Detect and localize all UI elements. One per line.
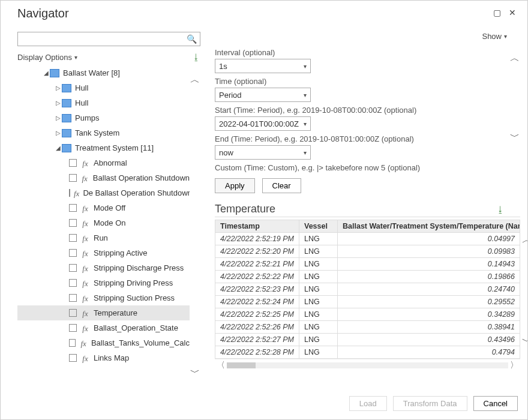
end-label: End (Time: Period), e.g. 2019-10-08T01:0… (215, 134, 503, 143)
tree-node[interactable]: ▷Pumps (17, 110, 190, 125)
tree-leaf[interactable]: fxAbnormal (17, 155, 190, 170)
interval-label: Interval (optional) (215, 48, 503, 57)
dialog-footer: Load Transform Data Cancel (1, 390, 527, 419)
table-row[interactable]: 4/22/2022 2:52:26 PMLNG0.38941 (215, 321, 520, 334)
scroll-right-icon[interactable]: 〉 (508, 360, 520, 371)
tree-leaf[interactable]: fxStripping Active (17, 245, 190, 260)
checkbox[interactable] (69, 294, 77, 302)
tree-leaf[interactable]: fxBallast Operation Shutdown (17, 170, 190, 185)
tree-leaf[interactable]: fxMode Off (17, 200, 190, 215)
fx-icon: fx (79, 339, 88, 347)
display-options-dropdown[interactable]: Display Options ▾ (17, 53, 77, 62)
table-row[interactable]: 4/22/2022 2:52:22 PMLNG0.19866 (215, 271, 520, 283)
collapse-icon[interactable]: ◢ (55, 145, 62, 151)
hscroll-thumb[interactable] (227, 362, 256, 368)
fx-icon: fx (80, 234, 90, 242)
table-row[interactable]: 4/22/2022 2:52:19 PMLNG0.04997 (215, 233, 520, 245)
table-row[interactable]: 4/22/2022 2:52:24 PMLNG0.29552 (215, 296, 520, 308)
chevron-down-icon: ▾ (304, 149, 307, 156)
tree-scrollbar[interactable]: ︿ ﹀ (190, 65, 200, 388)
checkbox[interactable] (69, 234, 77, 242)
col-timestamp[interactable]: Timestamp (215, 220, 299, 233)
tree-leaf[interactable]: fxStripping Suction Press (17, 290, 190, 305)
tree-leaf[interactable]: fxBallast_Tanks_Volume_Calc (17, 335, 190, 350)
time-label: Time (optional) (215, 77, 503, 86)
checkbox[interactable] (69, 204, 77, 212)
tree-node[interactable]: ▷Tank System (17, 125, 190, 140)
custom-label: Custom (Time: Custom), e.g. |> takebefor… (215, 163, 503, 172)
expand-icon[interactable]: ▷ (55, 85, 62, 91)
load-button[interactable]: Load (349, 396, 387, 411)
checkbox[interactable] (69, 249, 77, 257)
fx-icon: fx (80, 159, 90, 167)
checkbox[interactable] (69, 309, 77, 317)
scroll-down-icon[interactable]: ﹀ (510, 131, 520, 143)
scroll-down-icon[interactable]: ﹀ (522, 335, 527, 348)
refresh-icon[interactable]: ⭳ (192, 52, 200, 62)
tree-node-treatment[interactable]: ◢ Treatment System [11] (17, 140, 190, 155)
cancel-button[interactable]: Cancel (473, 396, 518, 411)
preview-table: Timestamp Vessel Ballast Water/Treatment… (215, 220, 520, 359)
expand-icon[interactable]: ▷ (55, 130, 62, 136)
table-icon (62, 129, 71, 137)
tree-leaf[interactable]: fxStripping Discharge Press (17, 260, 190, 275)
tree-leaf[interactable]: fxStripping Driving Press (17, 275, 190, 290)
preview-section: Temperature ⭳ Timestamp Vessel Ballast W… (215, 203, 520, 371)
checkbox[interactable] (69, 159, 77, 167)
table-row[interactable]: 4/22/2022 2:52:21 PMLNG0.14943 (215, 258, 520, 271)
close-icon[interactable]: ✕ (505, 5, 520, 21)
right-pane: Show ▾ ︿ ﹀ Interval (optional) 1s ▾ Time… (215, 32, 520, 388)
search-icon[interactable]: 🔍 (187, 34, 197, 44)
tree-node-root[interactable]: ◢ Ballast Water [8] (17, 65, 190, 80)
expand-icon[interactable]: ▷ (55, 100, 62, 106)
add-column-icon[interactable]: ⭳ (496, 205, 505, 214)
tree-leaf[interactable]: fxRun (17, 230, 190, 245)
table-row[interactable]: 4/22/2022 2:52:25 PMLNG0.34289 (215, 308, 520, 321)
tree-node[interactable]: ▷Hull (17, 80, 190, 95)
checkbox[interactable] (69, 354, 77, 362)
collapse-icon[interactable]: ◢ (43, 70, 50, 76)
fx-icon: fx (80, 354, 90, 362)
col-value[interactable]: Ballast Water/Treatment System/Temperatu… (338, 220, 520, 233)
end-combo[interactable]: now ▾ (215, 145, 311, 160)
col-vessel[interactable]: Vessel (299, 220, 338, 233)
apply-button[interactable]: Apply (215, 178, 255, 193)
show-dropdown[interactable]: Show ▾ (482, 32, 507, 41)
table-row[interactable]: 4/22/2022 2:52:27 PMLNG0.43496 (215, 334, 520, 346)
tree-leaf[interactable]: fxDe Ballast Operation Shutdown (17, 185, 190, 200)
time-combo[interactable]: Period ▾ (215, 88, 311, 102)
interval-combo[interactable]: 1s ▾ (215, 59, 311, 73)
checkbox[interactable] (69, 264, 77, 272)
tree-leaf[interactable]: fxBallast_Operation_State (17, 320, 190, 335)
checkbox[interactable] (69, 189, 70, 197)
transform-button[interactable]: Transform Data (393, 396, 467, 411)
fx-icon: fx (80, 309, 90, 317)
table-scrollbar[interactable]: ︿ ﹀ (521, 234, 527, 348)
checkbox[interactable] (69, 174, 77, 182)
scroll-down-icon[interactable]: ﹀ (190, 367, 200, 379)
scroll-up-icon[interactable]: ︿ (510, 52, 520, 65)
table-row[interactable]: 4/22/2022 2:52:23 PMLNG0.24740 (215, 283, 520, 296)
scroll-left-icon[interactable]: 〈 (215, 360, 227, 371)
tree-leaf[interactable]: fxMode On (17, 215, 190, 230)
maximize-icon[interactable]: ▢ (489, 5, 505, 21)
expand-icon[interactable]: ▷ (55, 115, 62, 121)
clear-button[interactable]: Clear (262, 178, 301, 193)
tree-leaf[interactable]: fxLinks Map (17, 350, 190, 365)
scroll-up-icon[interactable]: ︿ (522, 234, 527, 247)
panel-scrollbar[interactable]: ︿ ﹀ (509, 50, 520, 143)
navigator-tree[interactable]: ◢ Ballast Water [8] ▷Hull▷Hull▷Pumps▷Tan… (17, 65, 190, 388)
checkbox[interactable] (69, 339, 76, 347)
tree-node[interactable]: ▷Hull (17, 95, 190, 110)
table-row[interactable]: 4/22/2022 2:52:20 PMLNG0.09983 (215, 245, 520, 258)
table-hscroll[interactable]: 〈 〉 (215, 359, 520, 371)
checkbox[interactable] (69, 219, 77, 227)
table-row[interactable]: 4/22/2022 2:52:28 PMLNG0.4794 (215, 346, 520, 359)
fx-icon: fx (80, 249, 90, 257)
start-combo[interactable]: 2022-04-01T00:00:00Z ▾ (215, 116, 311, 131)
checkbox[interactable] (69, 324, 77, 332)
search-input[interactable] (17, 32, 200, 46)
scroll-up-icon[interactable]: ︿ (190, 74, 200, 86)
tree-leaf[interactable]: fxTemperature (17, 305, 190, 320)
checkbox[interactable] (69, 279, 77, 287)
